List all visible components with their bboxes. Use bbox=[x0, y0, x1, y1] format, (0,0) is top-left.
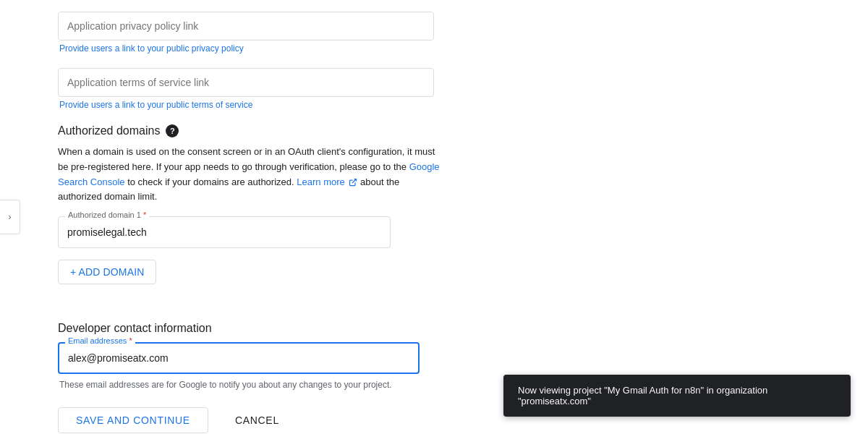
description-text-2b: to check if your domains are authorized. bbox=[127, 176, 294, 187]
cancel-button[interactable]: CANCEL bbox=[217, 407, 297, 433]
email-required-marker: * bbox=[129, 336, 132, 345]
authorized-domains-label: Authorized domains bbox=[58, 124, 160, 137]
learn-more-link[interactable]: Learn more bbox=[297, 176, 360, 187]
email-input-wrapper: Email addresses * bbox=[58, 342, 420, 374]
terms-of-service-input[interactable] bbox=[58, 68, 434, 97]
sidebar-toggle[interactable]: › bbox=[0, 200, 20, 234]
toast-notification: Now viewing project "My Gmail Auth for n… bbox=[503, 375, 851, 417]
description-text-1: When a domain is used on the consent scr… bbox=[58, 146, 435, 172]
domain-input-wrapper: Authorized domain 1 * bbox=[58, 216, 391, 248]
add-domain-button[interactable]: + ADD DOMAIN bbox=[58, 260, 156, 284]
authorized-domains-description: When a domain is used on the consent scr… bbox=[58, 145, 441, 205]
terms-of-service-helper: Provide users a link to your public term… bbox=[58, 100, 810, 110]
main-content: Provide users a link to your public priv… bbox=[0, 0, 868, 434]
external-link-icon bbox=[349, 178, 357, 187]
sidebar-toggle-icon: › bbox=[9, 212, 12, 222]
toast-message: Now viewing project "My Gmail Auth for n… bbox=[518, 385, 767, 407]
privacy-policy-field-group: Provide users a link to your public priv… bbox=[58, 12, 810, 54]
save-and-continue-button[interactable]: SAVE AND CONTINUE bbox=[58, 407, 208, 433]
svg-line-0 bbox=[352, 179, 357, 184]
email-input-label: Email addresses * bbox=[65, 336, 135, 345]
domain-required-marker: * bbox=[143, 210, 146, 219]
developer-contact-title: Developer contact information bbox=[58, 322, 810, 335]
developer-email-input[interactable] bbox=[58, 342, 420, 374]
terms-of-service-field-group: Provide users a link to your public term… bbox=[58, 68, 810, 110]
authorized-domain-input[interactable] bbox=[58, 216, 391, 248]
authorized-domains-help-icon[interactable]: ? bbox=[166, 124, 179, 137]
authorized-domains-section: Authorized domains ? When a domain is us… bbox=[58, 124, 810, 305]
domain-input-label: Authorized domain 1 * bbox=[65, 210, 149, 219]
authorized-domains-title: Authorized domains ? bbox=[58, 124, 810, 137]
privacy-policy-input[interactable] bbox=[58, 12, 434, 41]
privacy-policy-helper: Provide users a link to your public priv… bbox=[58, 43, 810, 54]
